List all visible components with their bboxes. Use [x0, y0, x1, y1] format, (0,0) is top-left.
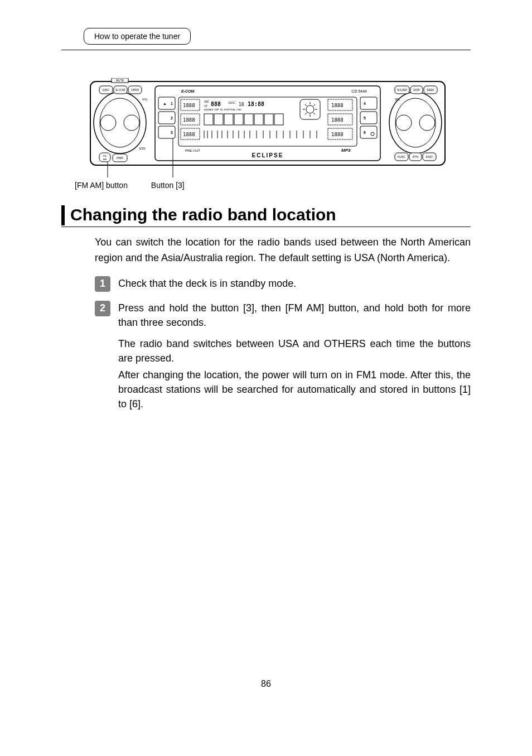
svg-rect-50	[360, 126, 377, 138]
svg-text:MP3: MP3	[341, 148, 351, 153]
page-number: 86	[61, 679, 471, 689]
preset-right: 4 5 6	[360, 97, 377, 138]
svg-text:VOL: VOL	[142, 98, 148, 101]
svg-text:1888: 1888	[331, 103, 344, 108]
svg-text:DISC: DISC	[103, 88, 109, 92]
page-title: Changing the radio band location	[70, 205, 336, 225]
svg-text:2: 2	[171, 116, 173, 120]
divider	[61, 227, 471, 227]
svg-text:1888: 1888	[331, 117, 344, 123]
svg-text:▲: ▲	[163, 102, 167, 105]
svg-text:4: 4	[364, 102, 366, 105]
step-text: Press and hold the button [3], then [FM …	[118, 301, 471, 330]
step-text: After changing the location, the power w…	[118, 368, 471, 411]
heading-accent-bar	[61, 205, 65, 225]
svg-text:SRC: SRC	[204, 100, 209, 103]
divider	[61, 50, 471, 50]
svg-text:DISP: DISP	[413, 88, 420, 92]
svg-text:5: 5	[364, 116, 366, 120]
svg-text:ESN: ESN	[139, 147, 146, 150]
svg-point-21	[396, 115, 412, 131]
svg-text:3: 3	[171, 131, 173, 134]
svg-text:FUNC: FUNC	[398, 155, 405, 158]
callout-fm-am: [FM AM] button	[75, 181, 128, 190]
step-number: 2	[95, 301, 110, 316]
device-diagram: MUTE DISC E-COM OPEN VOL ESN FM	[89, 78, 454, 179]
svg-text:SEL: SEL	[395, 98, 400, 101]
svg-text:1: 1	[171, 102, 173, 105]
intro-text: You can switch the location for the radi…	[95, 235, 471, 266]
callout-button-3: Button [3]	[151, 181, 185, 190]
svg-text:ST: ST	[204, 104, 207, 108]
svg-text:FAST: FAST	[426, 155, 433, 158]
mute-label: MUTE	[116, 79, 124, 82]
svg-text:ADVANCE DSP EQ POSITION CSEC: ADVANCE DSP EQ POSITION CSEC	[204, 108, 242, 111]
svg-text:PWR: PWR	[117, 156, 123, 160]
svg-text:1888: 1888	[331, 132, 344, 137]
svg-text:ECLIPSE: ECLIPSE	[252, 152, 284, 158]
svg-rect-48	[360, 112, 377, 124]
svg-text:FM: FM	[103, 155, 107, 157]
svg-text:6: 6	[364, 131, 366, 134]
svg-text:1888: 1888	[183, 132, 195, 137]
svg-point-22	[419, 115, 435, 131]
svg-text:RTN: RTN	[413, 155, 419, 158]
svg-text:CD 5444: CD 5444	[351, 89, 367, 93]
svg-text:1888: 1888	[183, 117, 195, 123]
svg-text:1888: 1888	[183, 103, 195, 108]
svg-text:PRE-OUT: PRE-OUT	[185, 149, 200, 152]
svg-text:18: 18	[239, 102, 244, 107]
svg-text:E-COM: E-COM	[181, 89, 195, 93]
svg-text:SEEK: SEEK	[427, 88, 434, 92]
svg-text:888: 888	[211, 101, 221, 107]
step-text: Check that the deck is in standby mode.	[118, 276, 471, 291]
svg-rect-46	[360, 97, 377, 109]
svg-text:SOUND: SOUND	[397, 88, 407, 92]
svg-text:DISC: DISC	[229, 101, 235, 104]
preset-left: ▲1 2 3	[158, 97, 175, 138]
svg-point-5	[124, 115, 139, 131]
svg-text:AM: AM	[103, 158, 107, 161]
step-text: The radio band switches between USA and …	[118, 336, 471, 365]
svg-text:E-COM: E-COM	[116, 88, 125, 92]
svg-text:OPEN: OPEN	[131, 88, 139, 92]
breadcrumb: How to operate the tuner	[84, 28, 191, 45]
svg-text:18:88: 18:88	[248, 101, 264, 107]
step-number: 1	[95, 276, 110, 292]
svg-point-4	[100, 115, 116, 131]
